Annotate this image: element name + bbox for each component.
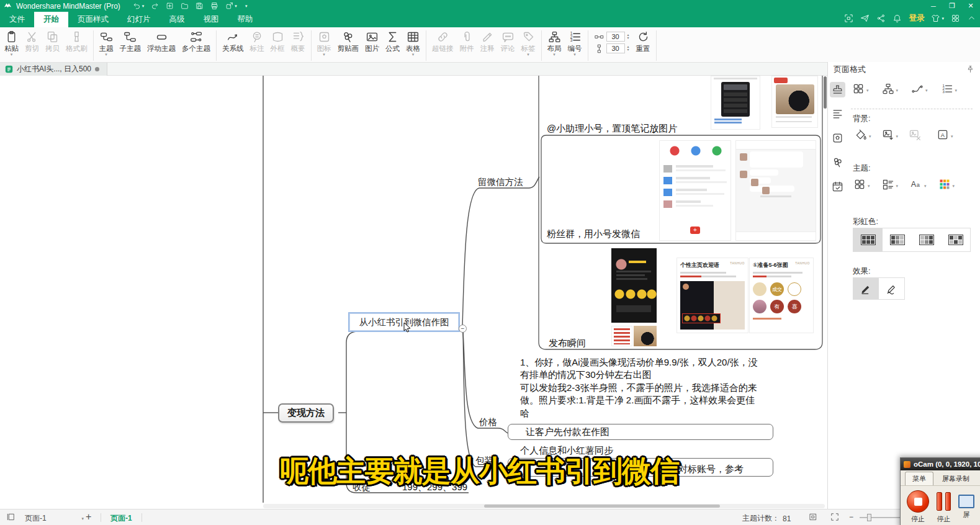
horizontal-scrollbar[interactable] [263,504,825,508]
fullscreen-button[interactable] [830,513,839,521]
add-page-button[interactable]: + [86,511,91,523]
menu-help[interactable]: 帮助 [228,12,263,27]
undo-button[interactable]: ▾ [133,2,145,10]
mindmap-canvas[interactable]: 变现方法 从小红书引到微信作图 − 留微信方法 价格 包装 收徒 199、299… [0,76,827,509]
customize-toolbar-button[interactable]: ▾ [244,4,248,9]
node-assistant-account[interactable]: @小助理小号，置顶笔记放图片 [547,123,677,135]
menu-view[interactable]: 视图 [194,12,228,27]
price-description-text[interactable]: 1、你好，做Ai漫画头像现活动价单9.9/张，双人20/张，没 有排单的情况下3… [520,356,778,420]
zoom-out-button[interactable]: − [849,513,853,521]
tab-outline[interactable] [830,106,845,122]
zoom-slider-thumb[interactable] [867,514,871,521]
close-button[interactable]: ✕ [961,0,980,12]
theme-layout-dropdown[interactable]: ▾ [882,178,899,191]
connector-style-dropdown[interactable]: ▾ [911,83,928,95]
node-publish-moments[interactable]: 发布瞬间 [549,338,586,349]
topic-button[interactable]: 主题▾ [96,29,117,58]
ocam-screen-record-tab[interactable]: 屏幕录制 [940,472,972,485]
layout-button[interactable]: 布局▾ [544,29,565,58]
rainbow-style-3[interactable] [912,228,941,251]
restore-button[interactable]: ❐ [943,0,961,12]
menu-page-style[interactable]: 页面样式 [68,12,118,27]
collapse-ribbon-icon[interactable] [967,14,976,23]
clipart-button[interactable]: 剪贴画 [335,29,362,54]
menu-slides[interactable]: 幻灯片 [118,12,160,27]
screenshot-caption [714,119,742,123]
theme-font-dropdown[interactable]: ▾ [910,178,927,191]
relationship-button[interactable]: 关系线 [219,29,247,54]
horizontal-spacing-stepper[interactable]: ▴▾ [627,34,629,40]
document-tab[interactable]: 小红书AI头..., 日入500 [0,63,107,76]
minimize-button[interactable]: ─ [924,0,943,12]
menu-advanced[interactable]: 高级 [160,12,194,27]
message-row [663,199,727,209]
rainbow-style-2[interactable] [883,228,912,251]
collapse-branch-button[interactable]: − [459,325,467,333]
print-button[interactable] [210,2,218,10]
ocam-stop-button[interactable]: 停止 [907,490,929,524]
export-button[interactable]: ▾ [225,2,237,10]
theme-gallery-dropdown[interactable]: ▾ [852,83,869,95]
rainbow-style-4[interactable] [941,228,970,251]
skin-button[interactable]: ▾ [931,14,944,23]
ocam-pause-button[interactable]: 停止 [937,490,951,524]
theme-style-dropdown[interactable]: ▾ [853,178,870,191]
numbering-button[interactable]: 编号▾ [565,29,585,58]
fit-page-button[interactable] [809,513,817,521]
tab-task[interactable] [830,179,845,194]
layout-dropdown[interactable]: ▾ [882,83,899,95]
save-button[interactable] [196,2,204,10]
page-tab-active[interactable]: 页面-1 [110,513,132,524]
table-button[interactable]: 表格▾ [403,29,423,58]
tab-icon-markers[interactable] [830,130,845,146]
effect-normal-button[interactable] [853,278,879,299]
open-file-button[interactable] [181,2,189,10]
subtopic-button[interactable]: 子主题 [117,29,145,54]
share-icon[interactable] [876,14,886,23]
watermark-dropdown[interactable]: ▾ [937,128,953,141]
floating-topic-button[interactable]: 浮动主题 [144,29,179,54]
picture-button[interactable]: 图片 [362,29,382,54]
page-selector[interactable]: 页面-1▾ [25,513,84,524]
theme-color-dropdown[interactable]: ▾ [938,178,955,191]
login-button[interactable]: 登录 [909,13,924,24]
send-plane-icon[interactable] [860,14,870,23]
notifications-bell-icon[interactable] [892,14,902,23]
page-panel-toggle[interactable] [6,513,15,521]
ocam-title-bar[interactable]: oCam (0, 0, 1920, 108 [901,458,980,470]
numbering-dropdown[interactable]: ▾ [941,83,958,95]
node-leave-wechat-method[interactable]: 留微信方法 [478,176,523,188]
tab-page-format[interactable] [830,82,845,97]
new-document-button[interactable] [166,2,174,10]
app-window: Wondershare MindMaster (Pro) ▾ ▾ ▾ ─ ❐ ✕… [0,0,980,525]
vertical-spacing-input[interactable] [606,43,625,53]
pin-icon[interactable] [966,65,974,73]
node-price[interactable]: 价格 [479,416,497,428]
zoom-slider[interactable] [860,517,904,518]
scan-qr-icon[interactable] [844,14,853,23]
rainbow-style-1[interactable] [853,228,883,251]
ocam-menu-button[interactable]: 菜单 [905,472,933,485]
node-pay-first[interactable]: 让客户先付款在作图 [508,424,773,440]
menu-file[interactable]: 文件 [0,12,34,27]
tab-clipart[interactable] [830,155,845,170]
formula-button[interactable]: 公式 [382,29,403,54]
background-image-dropdown[interactable]: ▾ [882,128,899,141]
card-text-line [680,276,736,277]
ocam-screen-button[interactable]: 屏 [958,490,974,519]
multiple-topics-button[interactable]: 多个主题 [179,29,214,54]
redo-button[interactable] [151,2,159,10]
node-monetization-method[interactable]: 变现方法 [278,403,334,423]
horizontal-scrollbar-thumb[interactable] [484,505,720,508]
effect-sketch-button[interactable] [879,278,904,299]
paste-button[interactable]: 粘贴▾ [1,29,22,58]
horizontal-spacing-input[interactable] [606,32,625,42]
background-fill-dropdown[interactable]: ▾ [855,128,871,141]
vertical-scrollbar-thumb[interactable] [824,76,827,109]
vertical-scrollbar[interactable] [823,76,827,504]
reset-button[interactable]: 重置 [633,29,654,54]
vertical-spacing-stepper[interactable]: ▴▾ [627,45,629,52]
node-fans-group[interactable]: 粉丝群，用小号发微信 [547,228,640,240]
apps-grid-icon[interactable] [951,14,960,23]
menu-home[interactable]: 开始 [34,12,68,27]
